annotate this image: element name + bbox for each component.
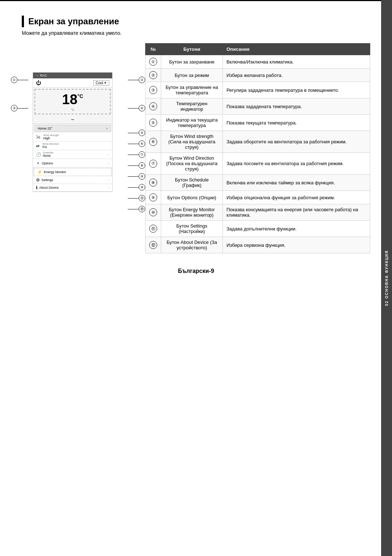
- schedule-icon: 🕐: [36, 152, 41, 157]
- schedule-row[interactable]: 🕐 Schedule None ›: [33, 150, 112, 159]
- row-button: Бутон за захранване: [161, 55, 223, 69]
- row-num: ④: [146, 98, 161, 115]
- row-button: Бутон за режим: [161, 69, 223, 82]
- device-ui: ← RAC ⏻ Cool ▼ 18 °C °C: [33, 72, 113, 192]
- annotation-6: ⑥: [128, 140, 145, 147]
- right-table-wrapper: № Бутони Описание ① Бутон за захранване …: [145, 43, 370, 253]
- buttons-table: № Бутони Описание ① Бутон за захранване …: [145, 43, 370, 253]
- wind-strength-row[interactable]: 🌬 Wind strength High: [33, 133, 112, 142]
- annotation-3: ③: [11, 105, 28, 111]
- about-device-row[interactable]: ℹ About Device ›: [33, 184, 112, 192]
- annotation-2: ②: [128, 77, 145, 83]
- row-num: ⑦: [146, 153, 161, 175]
- annotation-1: ①: [11, 77, 28, 83]
- row-num: ⑤: [146, 115, 161, 131]
- table-row: ⑪ Бутон Settings (Настройки) Задава допъ…: [146, 221, 370, 237]
- row-button: Бутон Schedule (График): [161, 175, 223, 191]
- row-button: Бутон Wind strength (Сила на въздушната …: [161, 131, 223, 153]
- annotation-9: ⑨: [128, 173, 145, 180]
- temp-value: 18 °C: [37, 92, 109, 107]
- page-content: Екран за управление Можете да управляват…: [0, 1, 392, 300]
- row-desc: Задава допълнителни функции.: [223, 221, 370, 237]
- device-header: ← RAC: [33, 73, 112, 78]
- device-mockup-container: ① ② ③ ④ ⑤: [22, 58, 134, 192]
- table-row: ⑦ Бутон Wind Direction (Посока на въздуш…: [146, 153, 370, 175]
- vertical-tab: 02 ОСНОВНА ФУНКЦИЯ: [381, 0, 392, 556]
- row-button: Бутон About Device (За устройството): [161, 237, 223, 253]
- annotation-4: ④: [128, 105, 145, 111]
- heading-bar: [22, 16, 24, 27]
- wind-icon: 🌬: [36, 135, 40, 140]
- row-desc: Показва текущата температура.: [223, 115, 370, 131]
- row-num: ⑨: [146, 191, 161, 204]
- annotation-12: ⑫: [128, 206, 145, 212]
- page-footer: Български-9: [22, 268, 370, 285]
- annotation-11: ⑪: [128, 195, 145, 201]
- wind-dir-icon: ⇌: [36, 143, 40, 148]
- row-button: Бутон Energy Monitor (Енергиен монитор): [161, 204, 223, 221]
- row-desc: Избира желаната работа.: [223, 69, 370, 82]
- row-num: ⑥: [146, 131, 161, 153]
- row-num: ⑧: [146, 175, 161, 191]
- main-layout: ① ② ③ ④ ⑤: [22, 43, 370, 253]
- row-desc: Включва/Изключва климатика.: [223, 55, 370, 69]
- col-buttons-header: Бутони: [161, 44, 223, 55]
- minus-button[interactable]: −: [33, 116, 112, 124]
- power-icon[interactable]: ⏻: [36, 80, 41, 86]
- home-row: Home 22° ›: [34, 125, 111, 132]
- table-row: ③ Бутон за управление на температурата Р…: [146, 82, 370, 98]
- row-desc: Регулира зададената температура в помеще…: [223, 82, 370, 98]
- cool-button[interactable]: Cool ▼: [93, 80, 110, 86]
- annotation-8: ⑧: [128, 162, 145, 169]
- row-button: Бутон за управление на температурата: [161, 82, 223, 98]
- row-desc: Показва консумацията на енергия (или час…: [223, 204, 370, 221]
- table-row: ⑧ Бутон Schedule (График) Включва или из…: [146, 175, 370, 191]
- row-num: ③: [146, 82, 161, 98]
- row-num: ⑪: [146, 221, 161, 237]
- row-num: ⑫: [146, 237, 161, 253]
- table-header-row: № Бутони Описание: [146, 44, 370, 55]
- table-row: ② Бутон за режим Избира желаната работа.: [146, 69, 370, 82]
- col-num-header: №: [146, 44, 161, 55]
- row-desc: Задава оборотите на вентилатора за работ…: [223, 131, 370, 153]
- wind-direction-row[interactable]: ⇌ Wind Direction Fix: [33, 142, 112, 150]
- header-back-arrow: ← RAC: [36, 74, 47, 77]
- temp-display-box: 18 °C °C: [34, 89, 111, 114]
- row-button: Бутон Wind Direction (Посока на въздушна…: [161, 153, 223, 175]
- row-desc: Избира опционална функция за работния ре…: [223, 191, 370, 204]
- row-button: Индикатор на текущата температура: [161, 115, 223, 131]
- table-row: ① Бутон за захранване Включва/Изключва к…: [146, 55, 370, 69]
- row-num: ②: [146, 69, 161, 82]
- options-row[interactable]: ＋ Options ›: [33, 159, 112, 168]
- table-row: ⑥ Бутон Wind strength (Сила на въздушнат…: [146, 131, 370, 153]
- row-button: Температурен индикатор: [161, 98, 223, 115]
- section-title: Екран за управление: [28, 16, 119, 26]
- row-desc: Включва или изключва таймер за всяка фун…: [223, 175, 370, 191]
- settings-row[interactable]: ⚙ Settings ›: [33, 176, 112, 184]
- options-icon: ＋: [36, 160, 40, 166]
- table-row: ⑤ Индикатор на текущата температура Пока…: [146, 115, 370, 131]
- row-desc: Задава посоките на вентилатора за работн…: [223, 153, 370, 175]
- row-num: ①: [146, 55, 161, 69]
- row-desc: Избира сервизна функция.: [223, 237, 370, 253]
- table-row: ⑨ Бутон Options (Опции) Избира опционалн…: [146, 191, 370, 204]
- section-heading: Екран за управление: [22, 16, 370, 27]
- energy-icon: ⚡: [37, 169, 42, 175]
- power-cool-row: ⏻ Cool ▼: [33, 78, 112, 87]
- annotation-10: ⑩: [128, 184, 145, 191]
- row-button: Бутон Options (Опции): [161, 191, 223, 204]
- table-row: ④ Температурен индикатор Показва зададен…: [146, 98, 370, 115]
- annotation-5: ⑤: [128, 130, 145, 136]
- row-desc: Показва зададената температура.: [223, 98, 370, 115]
- section-subtitle: Можете да управлявате климатика умело.: [22, 30, 370, 36]
- table-row: ⑫ Бутон About Device (За устройството) И…: [146, 237, 370, 253]
- annotation-7: ⑦: [128, 151, 145, 158]
- row-num: ⑩: [146, 204, 161, 221]
- row-button: Бутон Settings (Настройки): [161, 221, 223, 237]
- table-row: ⑩ Бутон Energy Monitor (Енергиен монитор…: [146, 204, 370, 221]
- col-desc-header: Описание: [223, 44, 370, 55]
- settings-icon: ⚙: [36, 177, 40, 183]
- info-icon: ℹ: [36, 185, 38, 190]
- energy-monitor-row[interactable]: ⚡ Energy Monitor: [34, 168, 111, 176]
